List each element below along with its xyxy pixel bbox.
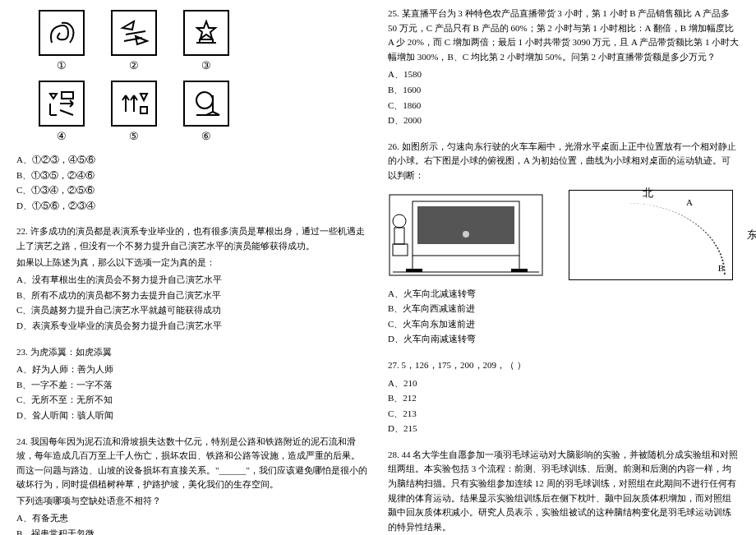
abstract-curve-icon <box>39 10 85 56</box>
circle-stand-icon <box>183 81 229 127</box>
option-d: D、表演系专业毕业的演员会努力提升自己演艺水平 <box>16 319 368 334</box>
icon-cell-1: ① <box>33 10 90 76</box>
question-22: 22. 许多成功的演员都是表演系专业毕业的，也有很多演员是草根出身，通过一些机遇… <box>16 224 368 333</box>
question-28: 28. 44 名大学生自愿参加一项羽毛球运动对大脑影响的实验，并被随机分成实验组… <box>388 448 740 535</box>
option-c: C、1860 <box>388 99 740 113</box>
svg-point-9 <box>393 214 406 228</box>
q21-options: A、①②③，④⑤⑥ B、①③⑤，②④⑥ C、①③④，②⑤⑥ D、①⑤⑥，②③④ <box>16 153 368 213</box>
svg-rect-8 <box>511 269 528 272</box>
train-side-view-icon <box>388 190 544 280</box>
q22-premise: 如果以上陈述为真，那么以下选项一定为真的是： <box>16 256 368 270</box>
icon-cell-6: ⑥ <box>177 81 235 146</box>
option-d: D、2000 <box>388 113 740 128</box>
icon-label: ⑥ <box>201 128 211 145</box>
compass-east-label: 东 <box>747 227 756 244</box>
icon-cell-2: ② <box>105 10 163 76</box>
icon-grid: ① ② ③ ④ ⑤ <box>33 10 368 146</box>
option-a: A、①②③，④⑤⑥ <box>16 153 368 168</box>
svg-rect-7 <box>406 269 422 272</box>
triangles-lines-icon <box>111 10 157 56</box>
q24-ask: 下列选项哪项与空缺处语意不相符？ <box>16 494 368 509</box>
option-a: A、没有草根出生的演员会不努力提升自己演艺水平 <box>16 273 368 288</box>
q28-stem: 28. 44 名大学生自愿参加一项羽毛球运动对大脑影响的实验，并被随机分成实验组… <box>388 448 740 535</box>
option-a: A、好为人师：善为人师 <box>16 362 368 377</box>
option-c: C、213 <box>388 407 740 422</box>
q27-stem: 27. 5，126，175，200，209，（ ） <box>388 358 740 373</box>
question-24: 24. 我国每年因为泥石流和滑坡损失达数十亿元，特别是公路和铁路附近的泥石流和滑… <box>16 435 368 536</box>
icon-label: ④ <box>57 128 67 145</box>
option-b: B、1600 <box>388 83 740 98</box>
svg-point-4 <box>463 231 469 238</box>
question-26: 26. 如图所示，匀速向东行驶的火车车厢中，光滑水平桌面上正中位置放有一个相对静… <box>388 140 740 347</box>
question-25: 25. 某直播平台为 3 种特色农产品直播带货 3 小时，第 1 小时 B 产品… <box>388 7 740 128</box>
option-a: A、火车向北减速转弯 <box>388 287 740 302</box>
icon-cell-5: ⑤ <box>105 81 163 146</box>
option-b: B、一字不差：一字不落 <box>16 378 368 393</box>
option-c: C、演员越努力提升自己演艺水平就越可能获得成功 <box>16 303 368 318</box>
option-c: C、无所不至：无所不知 <box>16 393 368 408</box>
question-27: 27. 5，126，175，200，209，（ ） A、210 B、212 C、… <box>388 358 740 436</box>
svg-point-0 <box>196 92 213 108</box>
option-a: A、210 <box>388 376 740 391</box>
q22-stem: 22. 许多成功的演员都是表演系专业毕业的，也有很多演员是草根出身，通过一些机遇… <box>16 224 368 253</box>
icon-label: ② <box>129 58 139 75</box>
icon-label: ① <box>57 58 67 75</box>
option-a: A、有备无患 <box>16 511 368 526</box>
option-b: B、所有不成功的演员都不努力去提升自己演艺水平 <box>16 288 368 303</box>
option-d: D、耸人听闻：骇人听闻 <box>16 408 368 423</box>
dotted-arc <box>627 203 726 275</box>
option-b: B、祸患常积于忽微 <box>16 527 368 535</box>
star-pedestal-icon <box>183 10 229 56</box>
option-d: D、①⑤⑥，②③④ <box>16 199 368 214</box>
trajectory-top-view: A B <box>569 190 733 280</box>
option-a: A、1580 <box>388 67 740 82</box>
left-column: ① ② ③ ④ ⑤ <box>7 7 378 528</box>
right-column: 25. 某直播平台为 3 种特色农产品直播带货 3 小时，第 1 小时 B 产品… <box>378 7 749 528</box>
point-a-label: A <box>686 196 693 210</box>
svg-rect-3 <box>417 206 514 244</box>
q26-stem: 26. 如图所示，匀速向东行驶的火车车厢中，光滑水平桌面上正中位置放有一个相对静… <box>388 140 740 183</box>
q24-stem: 24. 我国每年因为泥石流和滑坡损失达数十亿元，特别是公路和铁路附近的泥石流和滑… <box>16 435 368 492</box>
option-b: B、①③⑤，②④⑥ <box>16 168 368 183</box>
icon-label: ③ <box>201 58 211 75</box>
option-d: D、火车向南减速转弯 <box>388 332 740 347</box>
option-c: C、①③④，②⑤⑥ <box>16 183 368 198</box>
option-c: C、火车向东加速前进 <box>388 317 740 332</box>
up-arrows-shapes-icon <box>111 81 157 127</box>
arrows-shapes-icon <box>39 81 85 127</box>
option-b: B、212 <box>388 391 740 406</box>
svg-rect-10 <box>394 228 404 244</box>
q25-stem: 25. 某直播平台为 3 种特色农产品直播带货 3 小时，第 1 小时 B 产品… <box>388 7 740 64</box>
svg-rect-11 <box>393 244 408 256</box>
icon-label: ⑤ <box>129 128 139 145</box>
question-23: 23. 为虎添翼：如虎添翼 A、好为人师：善为人师 B、一字不差：一字不落 C、… <box>16 345 368 423</box>
q23-stem: 23. 为虎添翼：如虎添翼 <box>16 345 368 360</box>
icon-cell-4: ④ <box>33 81 90 146</box>
option-b: B、火车向西减速前进 <box>388 302 740 316</box>
compass-north-label: 北 <box>643 185 653 202</box>
icon-cell-3: ③ <box>177 10 235 76</box>
option-d: D、215 <box>388 422 740 436</box>
